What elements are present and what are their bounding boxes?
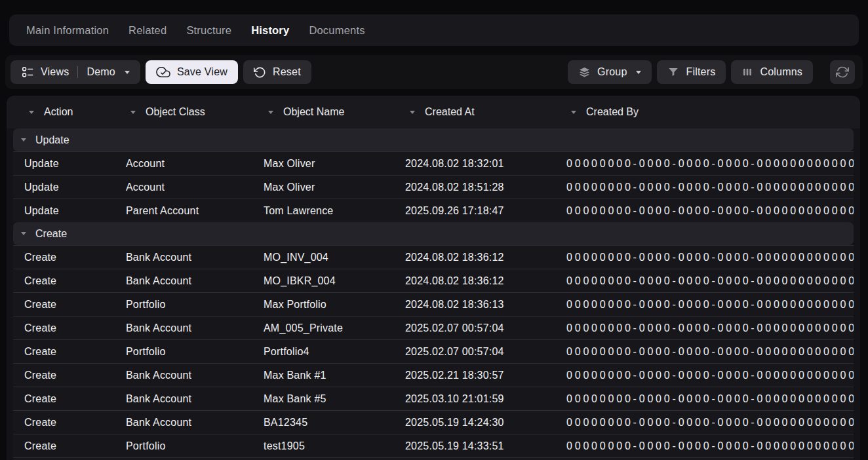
cell-created-at: 2024.08.02 18:36:12 [394,275,555,287]
table-row[interactable]: UpdateParent AccountTom Lawrence2025.09.… [13,199,854,222]
cell-created-by: 00000000-0000-0000-0000-000000000000 [555,393,854,405]
rotate-ccw-icon [254,66,266,79]
column-label: Object Name [283,106,344,118]
cell-created-at: 2024.08.02 18:36:12 [394,252,555,263]
table-row[interactable]: CreateBank AccountMO_IBKR_0042024.08.02 … [13,269,854,292]
cell-created-by: 00000000-0000-0000-0000-000000000000 [555,370,854,381]
group-label: Group [597,66,627,78]
cell-created-by: 00000000-0000-0000-0000-000000000000 [555,205,854,217]
group-collapse-icon[interactable] [21,138,26,142]
column-header-object-class[interactable]: Object Class [108,106,246,118]
group-button[interactable]: Group [568,60,652,84]
cell-object-name: Max Portfolio [252,299,394,311]
table-row[interactable]: CreateBank AccountBA123452025.05.19 14:2… [13,410,854,434]
cell-action: Update [13,205,115,217]
columns-button[interactable]: Columns [731,60,813,84]
filters-label: Filters [686,66,715,78]
cell-created-by: 00000000-0000-0000-0000-000000000000 [555,252,854,263]
tab-structure[interactable]: Structure [186,24,231,37]
cell-created-at: 2025.05.19 14:33:51 [394,440,555,452]
cell-created-at: 2025.03.10 21:01:59 [394,393,555,405]
cell-created-at: 2024.08.02 18:51:28 [394,182,555,193]
save-view-button[interactable]: Save View [146,60,238,84]
refresh-button[interactable] [830,60,855,84]
cell-created-by: 00000000-0000-0000-0000-000000000000 [555,275,854,287]
column-header-created-by[interactable]: Created By [549,106,860,118]
column-header-created-at[interactable]: Created At [387,106,549,118]
cell-action: Create [13,417,115,429]
cell-created-at: 2024.08.02 18:36:13 [394,299,555,311]
cell-object-class: Bank Account [115,417,252,429]
reset-label: Reset [273,66,301,78]
column-menu-icon[interactable] [130,111,136,114]
columns-label: Columns [760,66,802,78]
reset-button[interactable]: Reset [243,60,311,84]
table-row[interactable]: CreateBank AccountMax Bank #52025.03.10 … [13,387,854,410]
cell-object-name: AM_005_Private [252,322,394,334]
cell-created-at: 2025.09.26 17:18:47 [394,205,555,217]
column-header-action[interactable]: Action [7,106,108,118]
table-row[interactable]: CreateBank AccountAM_005_Private2025.02.… [13,316,854,339]
history-grid: Action Object Class Object Name Created … [7,96,860,460]
cell-object-class: Parent Account [115,205,252,217]
cell-object-class: Bank Account [115,370,252,381]
column-label: Created By [586,106,639,118]
cell-created-by: 00000000-0000-0000-0000-000000000000 [555,299,854,311]
cell-created-at: 2025.02.07 00:57:04 [394,322,555,334]
grid-toolbar: Views Demo Save View Reset [5,55,863,89]
save-view-label: Save View [177,66,227,78]
table-row[interactable]: CreateBank AccountMO_INV_0042024.08.02 1… [13,245,854,269]
cell-object-class: Portfolio [115,346,252,358]
group-label: Update [35,134,69,146]
table-row[interactable]: CreateBank AccountMax Bank #12025.02.21 … [13,363,854,387]
group-collapse-icon[interactable] [21,232,26,235]
layers-icon [578,66,591,79]
group-header-row-create[interactable]: Create [13,222,854,245]
cell-object-class: Bank Account [115,322,252,334]
group-header-row-update[interactable]: Update [13,128,854,151]
columns-icon [741,66,753,78]
cell-action: Create [13,275,115,287]
cell-object-name: Max Bank #1 [252,370,394,381]
views-selector-button[interactable]: Views Demo [10,60,140,84]
table-row[interactable]: CreatePortfoliotest19052025.05.19 14:33:… [13,434,854,457]
column-menu-icon[interactable] [29,111,34,114]
column-header-object-name[interactable]: Object Name [246,106,387,118]
cell-action: Create [13,299,115,311]
table-row-clipped[interactable] [13,457,854,460]
table-row[interactable]: UpdateAccountMax Oliver2024.08.02 18:51:… [13,175,854,199]
tab-main-information[interactable]: Main Information [26,24,109,37]
cell-created-at: 2025.05.19 14:24:30 [394,417,555,429]
table-row[interactable]: CreatePortfolioMax Portfolio2024.08.02 1… [13,292,854,316]
table-row[interactable]: UpdateAccountMax Oliver2024.08.02 18:32:… [13,151,854,175]
cell-object-class: Bank Account [115,275,252,287]
column-label: Action [44,106,73,118]
cloud-check-icon [156,65,170,79]
filter-funnel-icon [667,66,679,78]
cell-object-name: Max Oliver [252,182,394,193]
cell-action: Create [13,322,115,334]
views-list-icon [21,66,34,79]
cell-object-name: test1905 [252,440,394,452]
tab-related[interactable]: Related [128,24,167,37]
tab-history[interactable]: History [251,24,289,37]
column-menu-icon[interactable] [571,111,576,114]
column-menu-icon[interactable] [268,111,273,114]
column-label: Created At [425,106,475,118]
tab-documents[interactable]: Documents [309,24,365,37]
views-label: Views [41,66,69,78]
cell-object-class: Bank Account [115,393,252,405]
cell-created-by: 00000000-0000-0000-0000-000000000000 [555,182,854,193]
column-menu-icon[interactable] [410,111,415,114]
filters-button[interactable]: Filters [657,60,726,84]
cell-object-class: Account [115,182,252,193]
cell-object-name: BA12345 [252,417,394,429]
cell-created-by: 00000000-0000-0000-0000-000000000000 [555,158,854,170]
cell-action: Update [13,158,115,170]
current-view-name: Demo [87,66,115,78]
cell-created-at: 2025.02.07 00:57:04 [394,346,555,358]
cell-object-name: MO_INV_004 [252,252,394,263]
tab-bar: Main Information Related Structure Histo… [9,14,859,46]
table-row[interactable]: CreatePortfolioPortfolio42025.02.07 00:5… [13,339,854,363]
cell-created-by: 00000000-0000-0000-0000-000000000000 [555,322,854,334]
